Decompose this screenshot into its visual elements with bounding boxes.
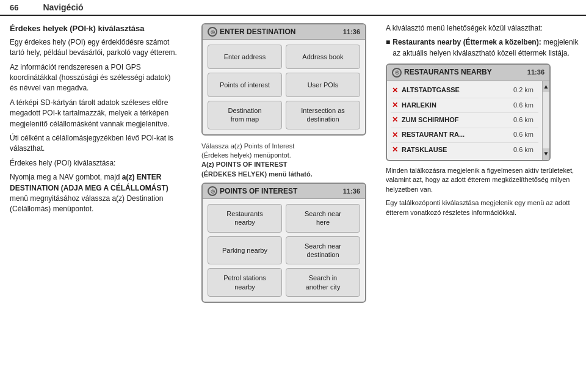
rest-name-1: ALTSTADTGASSE bbox=[402, 85, 513, 95]
rest-name-3: ZUM SCHIRMHOF bbox=[402, 115, 513, 125]
points-of-interest-btn[interactable]: Points of interest bbox=[208, 73, 282, 97]
left-para-6: Nyomja meg a NAV gombot, majd a(z) ENTER… bbox=[10, 172, 179, 215]
section-heading: Érdekes helyek (POI-k) kiválasztása bbox=[10, 23, 179, 35]
right-intro: A kiválasztó menü lehetőségek közül vála… bbox=[386, 23, 579, 34]
main-content: Érdekes helyek (POI-k) kiválasztása Egy … bbox=[0, 16, 586, 388]
x-icon-2: ✕ bbox=[392, 100, 398, 111]
x-icon-4: ✕ bbox=[392, 130, 398, 140]
restaurants-nearby-box: ◎ RESTAURANTS NEARBY 11:36 ✕ ALTSTADTGAS… bbox=[386, 64, 551, 161]
intersection-destination-btn[interactable]: Intersection asdestination bbox=[286, 101, 360, 129]
scroll-up-btn[interactable]: ▲ bbox=[543, 81, 549, 93]
search-another-city-btn[interactable]: Search inanother city bbox=[286, 268, 360, 297]
caption1-line2: (Érdekes helyek) menüpontot. bbox=[201, 151, 291, 159]
petrol-stations-nearby-btn[interactable]: Petrol stationsnearby bbox=[208, 268, 282, 297]
poi-box-label: POINTS OF INTEREST bbox=[220, 187, 297, 195]
search-near-here-btn[interactable]: Search nearhere bbox=[286, 204, 360, 233]
caption2-line2: (ÉRDEKES HELYEK) menü látható. bbox=[201, 170, 313, 178]
x-icon-3: ✕ bbox=[392, 115, 398, 125]
left-column: Érdekes helyek (POI-k) kiválasztása Egy … bbox=[0, 23, 189, 388]
rest-dist-4: 0.6 km bbox=[513, 130, 534, 140]
caption1-line1: Válassza a(z) Points of Interest bbox=[201, 142, 294, 150]
right-footer-1: Minden találkozásra megjelenik a figyelm… bbox=[386, 166, 579, 195]
left-para-1: Egy érdekes hely (POI) egy érdeklődésre … bbox=[10, 37, 179, 59]
left-para-3: A térképi SD-kártyán tárolt adatok széle… bbox=[10, 98, 179, 129]
scrollbar[interactable]: ▲ ▼ bbox=[542, 81, 549, 160]
page-number: 66 bbox=[10, 3, 18, 12]
enter-destination-time: 11:36 bbox=[343, 28, 360, 35]
rest-name-5: RATSKLAUSE bbox=[402, 145, 513, 155]
restaurant-item-1[interactable]: ✕ ALTSTADTGASSE 0.2 km bbox=[391, 84, 538, 98]
enter-destination-grid: Enter address Address book Points of int… bbox=[203, 40, 365, 134]
caption-1: Válassza a(z) Points of Interest (Érdeke… bbox=[201, 142, 366, 180]
enter-destination-header: ◎ ENTER DESTINATION 11:36 bbox=[203, 24, 365, 40]
restaurant-item-4[interactable]: ✕ RESTAURANT RA... 0.6 km bbox=[391, 128, 538, 143]
left-para-4: Úti célként a célállomásjegyzékben lévő … bbox=[10, 133, 179, 154]
poi-box-time: 11:36 bbox=[343, 187, 360, 195]
poi-compass-icon: ◎ bbox=[208, 186, 217, 196]
scroll-track bbox=[543, 92, 549, 148]
rest-dist-3: 0.6 km bbox=[513, 115, 534, 125]
caption2-line1: A(z) POINTS OF INTEREST bbox=[201, 161, 288, 168]
right-column: A kiválasztó menü lehetőségek közül vála… bbox=[378, 23, 586, 388]
left-para-2: Az információt rendszeresen a POI GPS ko… bbox=[10, 62, 179, 94]
restaurants-nearby-btn[interactable]: Restaurantsnearby bbox=[208, 204, 282, 233]
restaurants-time: 11:36 bbox=[527, 68, 544, 78]
x-icon-1: ✕ bbox=[392, 85, 398, 96]
x-icon-5: ✕ bbox=[392, 145, 398, 155]
page-title: Navigéció bbox=[43, 2, 83, 12]
parking-nearby-btn[interactable]: Parking nearby bbox=[208, 236, 282, 265]
bullet-1-title: Restaurants nearby (Éttermek a közelben)… bbox=[392, 38, 541, 46]
destination-from-map-btn[interactable]: Destinationfrom map bbox=[208, 101, 282, 129]
bullet-1-content: Restaurants nearby (Éttermek a közelben)… bbox=[392, 37, 579, 59]
rest-name-2: HARLEKIN bbox=[402, 101, 513, 111]
compass-icon: ◎ bbox=[208, 27, 217, 37]
enter-destination-box: ◎ ENTER DESTINATION 11:36 Enter address … bbox=[201, 23, 366, 136]
right-footer-2: Egy találkozóponti kiválasztása megjelen… bbox=[386, 198, 579, 218]
rest-name-4: RESTAURANT RA... bbox=[402, 130, 513, 140]
restaurants-header: ◎ RESTAURANTS NEARBY 11:36 bbox=[387, 65, 549, 81]
rest-dist-1: 0.2 km bbox=[513, 85, 534, 95]
poi-grid: Restaurantsnearby Search nearhere Parkin… bbox=[203, 199, 365, 302]
restaurant-list: ✕ ALTSTADTGASSE 0.2 km ✕ HARLEKIN 0.6 km… bbox=[387, 81, 542, 160]
enter-address-btn[interactable]: Enter address bbox=[208, 45, 282, 69]
restaurants-header-label: RESTAURANTS NEARBY bbox=[404, 67, 492, 78]
poi-box-header: ◎ POINTS OF INTEREST 11:36 bbox=[203, 184, 365, 199]
bullet-char-1: ■ bbox=[386, 37, 390, 59]
bullet-1: ■ Restaurants nearby (Éttermek a közelbe… bbox=[386, 37, 579, 59]
middle-column: ◎ ENTER DESTINATION 11:36 Enter address … bbox=[189, 23, 378, 388]
restaurant-list-container: ✕ ALTSTADTGASSE 0.2 km ✕ HARLEKIN 0.6 km… bbox=[387, 81, 549, 160]
enter-destination-label: ENTER DESTINATION bbox=[220, 27, 295, 36]
page-header: 66 Navigéció bbox=[0, 0, 586, 16]
restaurant-item-5[interactable]: ✕ RATSKLAUSE 0.6 km bbox=[391, 143, 538, 157]
address-book-btn[interactable]: Address book bbox=[286, 45, 360, 69]
poi-box: ◎ POINTS OF INTEREST 11:36 Restaurantsne… bbox=[201, 183, 366, 303]
rest-dist-5: 0.6 km bbox=[513, 145, 534, 155]
user-pois-btn[interactable]: User POIs bbox=[286, 73, 360, 97]
scroll-down-btn[interactable]: ▼ bbox=[543, 148, 549, 160]
restaurants-compass-icon: ◎ bbox=[392, 68, 402, 78]
search-near-destination-btn[interactable]: Search neardestination bbox=[286, 236, 360, 265]
restaurant-item-2[interactable]: ✕ HARLEKIN 0.6 km bbox=[391, 98, 538, 113]
left-para-5: Érdekes hely (POI) kiválasztása: bbox=[10, 158, 179, 169]
restaurant-item-3[interactable]: ✕ ZUM SCHIRMHOF 0.6 km bbox=[391, 113, 538, 128]
rest-dist-2: 0.6 km bbox=[513, 101, 534, 111]
